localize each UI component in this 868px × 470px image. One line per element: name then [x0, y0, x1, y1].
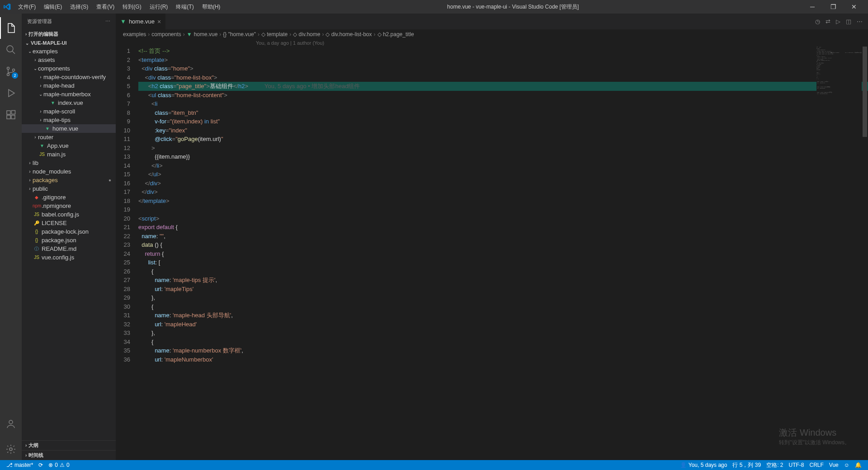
svg-rect-6	[11, 115, 15, 119]
sidebar-title: 资源管理器	[27, 18, 52, 25]
vue-file-icon: ▼	[120, 18, 126, 25]
sidebar-more-icon[interactable]: ⋯	[105, 19, 110, 24]
menu-go[interactable]: 转到(G)	[119, 1, 145, 13]
folder-item[interactable]: ›maple-countdown-verify	[22, 73, 116, 81]
folder-item[interactable]: ⌄components	[22, 64, 116, 73]
file-item[interactable]: ⓘREADME.md	[22, 244, 116, 253]
tab-home-vue[interactable]: ▼ home.vue ×	[116, 14, 166, 29]
maximize-button[interactable]: ❐	[823, 0, 844, 14]
menu-help[interactable]: 帮助(H)	[198, 1, 224, 13]
outline-section[interactable]: ›大纲	[22, 440, 116, 450]
breadcrumb[interactable]: examples›components›▼ home.vue›{} "home.…	[116, 29, 868, 39]
explorer-sidebar: 资源管理器 ⋯ ›打开的编辑器 ⌄VUE-MAPLE-UI ⌄examples›…	[22, 14, 116, 460]
file-tree: ⌄examples›assets⌄components›maple-countd…	[22, 47, 116, 440]
folder-item[interactable]: ›node_modules	[22, 167, 116, 176]
accounts-icon[interactable]	[0, 413, 22, 435]
folder-item[interactable]: ›maple-head	[22, 81, 116, 90]
vertical-scrollbar[interactable]	[862, 47, 868, 460]
file-item[interactable]: JSvue.config.js	[22, 253, 116, 262]
close-button[interactable]: ✕	[844, 0, 864, 14]
titlebar: 文件(F) 编辑(E) 选择(S) 查看(V) 转到(G) 运行(R) 终端(T…	[0, 0, 868, 14]
breadcrumb-item[interactable]: {} "home.vue"	[223, 31, 256, 38]
svg-rect-5	[7, 115, 10, 119]
folder-item[interactable]: ›maple-tips	[22, 116, 116, 124]
menu-terminal[interactable]: 终端(T)	[172, 1, 197, 13]
folder-item[interactable]: ›public	[22, 184, 116, 193]
breadcrumb-item[interactable]: ◇ div.home-list-box	[326, 31, 372, 38]
code-area[interactable]: 1234567891011121314151617181920212223242…	[116, 47, 868, 460]
gitlens-authors[interactable]: You, a day ago | 1 author (You)	[116, 39, 868, 47]
window-controls: ─ ❐ ✕	[802, 0, 864, 14]
status-feedback-icon[interactable]: ☺	[841, 461, 852, 469]
breadcrumb-item[interactable]: ◇ h2.page_title	[377, 31, 414, 38]
split-editor-icon[interactable]: ◫	[846, 18, 851, 25]
status-problems[interactable]: ⊗ 0 ⚠ 0	[46, 462, 72, 468]
menu-run[interactable]: 运行(R)	[146, 1, 172, 13]
file-item[interactable]: npm.npmignore	[22, 202, 116, 210]
folder-item[interactable]: ›router	[22, 133, 116, 141]
breadcrumb-item[interactable]: examples	[123, 31, 146, 38]
file-item[interactable]: ▼App.vue	[22, 141, 116, 150]
minimap[interactable]: &lt;!-- 首页 --&gt; &lt;template&gt; &lt;d…	[816, 47, 862, 460]
file-item[interactable]: ▼home.vue	[22, 124, 116, 133]
status-encoding[interactable]: UTF-8	[786, 461, 807, 469]
explorer-icon[interactable]	[0, 17, 22, 39]
menu-file[interactable]: 文件(F)	[14, 1, 39, 13]
statusbar: ⎇ master* ⟳ ⊗ 0 ⚠ 0 👤 You, 5 days ago 行 …	[0, 460, 868, 470]
tab-label: home.vue	[129, 18, 155, 25]
open-editors-section[interactable]: ›打开的编辑器	[22, 29, 116, 39]
status-notifications-icon[interactable]: 🔔	[852, 461, 864, 469]
window-title: home.vue - vue-maple-ui - Visual Studio …	[224, 3, 802, 11]
status-sync[interactable]: ⟳	[36, 462, 46, 468]
status-indent[interactable]: 空格: 2	[764, 461, 786, 469]
code-content[interactable]: <!-- 首页 --><template> <div class="home">…	[138, 47, 868, 460]
minimize-button[interactable]: ─	[802, 0, 823, 14]
file-item[interactable]: ▼index.vue	[22, 99, 116, 107]
folder-item[interactable]: ›lib	[22, 159, 116, 167]
menu-selection[interactable]: 选择(S)	[66, 1, 92, 13]
status-blame[interactable]: 👤 You, 5 days ago	[677, 461, 730, 469]
breadcrumb-item[interactable]: ◇ template	[261, 31, 288, 38]
svg-point-8	[9, 420, 13, 424]
scm-badge: 2	[12, 72, 18, 79]
breadcrumb-item[interactable]: components	[151, 31, 181, 38]
run-debug-icon[interactable]	[0, 82, 22, 104]
breadcrumb-item[interactable]: ▼ home.vue	[187, 31, 218, 38]
folder-item[interactable]: ›packages●	[22, 176, 116, 184]
sidebar-header: 资源管理器 ⋯	[22, 14, 116, 29]
menu-edit[interactable]: 编辑(E)	[40, 1, 66, 13]
status-eol[interactable]: CRLF	[807, 461, 826, 469]
file-item[interactable]: JSmain.js	[22, 150, 116, 159]
settings-gear-icon[interactable]	[0, 438, 22, 460]
file-item[interactable]: 🔑LICENSE	[22, 219, 116, 227]
source-control-icon[interactable]: 2	[0, 61, 22, 82]
extensions-icon[interactable]	[0, 104, 22, 126]
search-icon[interactable]	[0, 39, 22, 61]
status-language[interactable]: Vue	[826, 461, 841, 469]
timeline-section[interactable]: ›时间线	[22, 450, 116, 460]
menu-view[interactable]: 查看(V)	[93, 1, 118, 13]
line-numbers: 1234567891011121314151617181920212223242…	[116, 47, 138, 460]
svg-point-3	[13, 69, 15, 71]
more-actions-icon[interactable]: ⋯	[857, 18, 863, 25]
vscode-logo-icon	[4, 3, 11, 10]
run-icon[interactable]: ▷	[836, 18, 840, 25]
gitlens-toggle-icon[interactable]: ◷	[815, 18, 820, 25]
menu-bar: 文件(F) 编辑(E) 选择(S) 查看(V) 转到(G) 运行(R) 终端(T…	[14, 1, 224, 13]
compare-changes-icon[interactable]: ⇄	[826, 18, 830, 25]
file-item[interactable]: {}package-lock.json	[22, 227, 116, 236]
project-section[interactable]: ⌄VUE-MAPLE-UI	[22, 39, 116, 47]
status-cursor[interactable]: 行 5，列 39	[730, 461, 764, 469]
folder-item[interactable]: ⌄maple-numberbox	[22, 90, 116, 99]
svg-rect-4	[7, 111, 10, 114]
file-item[interactable]: ◆.gitignore	[22, 193, 116, 202]
svg-point-2	[7, 74, 9, 76]
breadcrumb-item[interactable]: ◇ div.home	[293, 31, 320, 38]
folder-item[interactable]: ›maple-scroll	[22, 107, 116, 116]
tab-close-icon[interactable]: ×	[157, 18, 161, 25]
folder-item[interactable]: ›assets	[22, 56, 116, 64]
file-item[interactable]: JSbabel.config.js	[22, 210, 116, 219]
status-branch[interactable]: ⎇ master*	[4, 462, 36, 468]
folder-item[interactable]: ⌄examples	[22, 47, 116, 56]
file-item[interactable]: {}package.json	[22, 236, 116, 244]
